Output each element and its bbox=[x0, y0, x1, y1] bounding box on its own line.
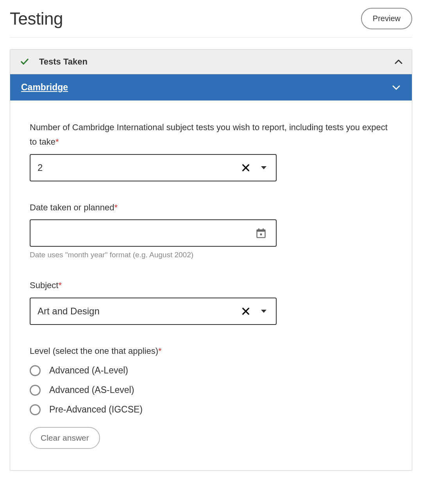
label-text: Level (select the one that applies) bbox=[30, 346, 158, 356]
svg-rect-5 bbox=[263, 229, 264, 231]
subject-select[interactable]: Art and Design bbox=[30, 298, 277, 325]
page-title: Testing bbox=[10, 9, 63, 29]
field-count-label: Number of Cambridge International subjec… bbox=[30, 120, 392, 149]
required-marker: * bbox=[55, 137, 59, 147]
field-subject: Subject* Art and Design bbox=[30, 278, 392, 325]
label-text: Number of Cambridge International subjec… bbox=[30, 122, 388, 147]
count-select[interactable]: 2 bbox=[30, 154, 277, 181]
section-header-tests-taken[interactable]: Tests Taken bbox=[10, 50, 412, 74]
field-date-label: Date taken or planned* bbox=[30, 200, 392, 215]
level-radio-list: Advanced (A-Level) Advanced (AS-Level) P… bbox=[30, 365, 392, 415]
testing-panel: Tests Taken Cambridge Number of Cambridg… bbox=[10, 49, 412, 471]
calendar-icon[interactable] bbox=[256, 228, 266, 239]
subject-select-value: Art and Design bbox=[38, 306, 241, 317]
svg-rect-3 bbox=[257, 230, 265, 232]
required-marker: * bbox=[158, 346, 162, 356]
date-input[interactable] bbox=[30, 219, 277, 247]
field-level-label: Level (select the one that applies)* bbox=[30, 344, 392, 358]
clear-icon[interactable] bbox=[241, 307, 250, 316]
radio-icon bbox=[30, 385, 41, 396]
required-marker: * bbox=[58, 280, 62, 290]
form-body: Number of Cambridge International subjec… bbox=[10, 100, 412, 470]
field-level: Level (select the one that applies)* Adv… bbox=[30, 344, 392, 449]
radio-label: Pre-Advanced (IGCSE) bbox=[49, 404, 143, 415]
radio-icon bbox=[30, 365, 41, 376]
sub-section-header-cambridge[interactable]: Cambridge bbox=[10, 74, 412, 100]
level-radio-option[interactable]: Advanced (A-Level) bbox=[30, 365, 392, 376]
chevron-up-icon bbox=[394, 57, 403, 66]
radio-icon bbox=[30, 404, 41, 415]
chevron-down-icon bbox=[392, 83, 401, 92]
radio-label: Advanced (AS-Level) bbox=[49, 385, 134, 395]
field-subject-label: Subject* bbox=[30, 278, 392, 292]
date-helper-text: Date uses "month year" format (e.g. Augu… bbox=[30, 251, 392, 259]
field-date: Date taken or planned* Date uses "month … bbox=[30, 200, 392, 259]
label-text: Date taken or planned bbox=[30, 203, 114, 212]
required-marker: * bbox=[114, 203, 118, 212]
section-title: Tests Taken bbox=[39, 57, 394, 67]
caret-down-icon[interactable] bbox=[261, 166, 266, 169]
clear-answer-button[interactable]: Clear answer bbox=[30, 427, 100, 449]
caret-down-icon[interactable] bbox=[261, 310, 266, 313]
svg-rect-4 bbox=[258, 229, 259, 231]
level-radio-option[interactable]: Advanced (AS-Level) bbox=[30, 385, 392, 396]
check-icon bbox=[19, 57, 30, 66]
sub-section-title: Cambridge bbox=[21, 82, 68, 93]
count-select-value: 2 bbox=[38, 162, 241, 173]
preview-button[interactable]: Preview bbox=[361, 8, 412, 29]
clear-icon[interactable] bbox=[241, 163, 250, 172]
label-text: Subject bbox=[30, 280, 58, 290]
svg-rect-6 bbox=[260, 233, 262, 235]
field-count: Number of Cambridge International subjec… bbox=[30, 120, 392, 181]
level-radio-option[interactable]: Pre-Advanced (IGCSE) bbox=[30, 404, 392, 415]
radio-label: Advanced (A-Level) bbox=[49, 365, 128, 376]
